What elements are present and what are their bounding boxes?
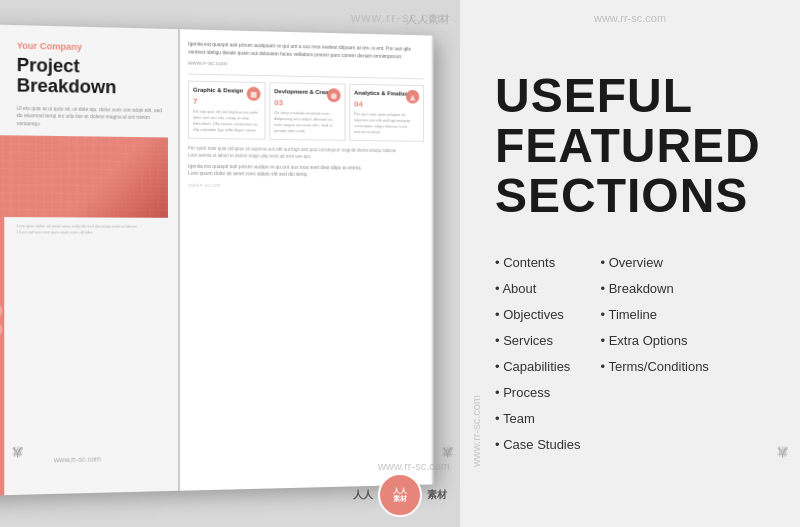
badge-circle: 人人素材 bbox=[378, 473, 422, 517]
sections-col-2: Overview Breakdown Timeline Extra Option… bbox=[601, 252, 709, 457]
page-left-watermark: www.rr-sc.com bbox=[54, 455, 101, 463]
section-item-team: Team bbox=[495, 408, 581, 430]
section-item-case-studies: Case Studies bbox=[495, 434, 581, 456]
bottom-badge: 人人 人人素材 素材 bbox=[353, 473, 447, 517]
section-item-about: About bbox=[495, 278, 581, 300]
top-watermark: www.rr-sc.com bbox=[351, 10, 449, 25]
right-panel: www.rr-sc.com USEFUL FEATURED SECTIONS C… bbox=[460, 0, 800, 527]
page-left: 06 Your Company Project Breakdown Ul ets… bbox=[0, 24, 180, 496]
section-item-services: Services bbox=[495, 330, 581, 352]
page-right-watermark: www.rr-sc.com bbox=[188, 181, 424, 189]
page-right: Igeniia est quaspit asit pörum audipsam … bbox=[180, 29, 432, 491]
decorative-grid bbox=[0, 135, 168, 218]
magazine-mockup: 06 Your Company Project Breakdown Ul ets… bbox=[0, 0, 465, 527]
extra-text-2: Igeniia est quaspit asit pörum audips re… bbox=[188, 162, 424, 179]
page-left-body: Ul ets quis at ut quis sit, ut dole iqu.… bbox=[17, 104, 168, 129]
badge-text-right: 素材 bbox=[427, 488, 447, 502]
main-heading: USEFUL FEATURED SECTIONS bbox=[495, 71, 770, 222]
page-right-extra: Per spicit nate quia voluptas sit aspern… bbox=[188, 145, 424, 189]
card3-text: Per spio nate quia voluptas sit asperna … bbox=[354, 112, 419, 137]
divider bbox=[188, 74, 424, 79]
page-left-title: Project Breakdown bbox=[17, 56, 168, 99]
page-left-extra-text: Lore ipsm dolor sit amet cons adip elit … bbox=[17, 223, 168, 236]
card-analytics: Analytics & Finalization 04 Per spio nat… bbox=[349, 83, 424, 142]
right-panel-watermark-top: www.rr-sc.com bbox=[594, 12, 666, 24]
sidebar-number: 06 bbox=[0, 303, 12, 340]
section-item-objectives: Objectives bbox=[495, 304, 581, 326]
sections-col-1: Contents About Objectives Services Capab… bbox=[495, 252, 581, 457]
svg-marker-3 bbox=[410, 94, 416, 100]
section-item-extra-options: Extra Options bbox=[601, 330, 709, 352]
section-item-terms: Terms/Conditions bbox=[601, 356, 709, 378]
svg-rect-1 bbox=[251, 91, 257, 97]
sections-grid: Contents About Objectives Services Capab… bbox=[495, 252, 770, 457]
badge-text-left: 人人 bbox=[353, 488, 373, 502]
page-right-body-text: Igeniia est quaspit asit pörum audipsam … bbox=[188, 39, 424, 60]
section-item-overview: Overview bbox=[601, 252, 709, 274]
extra-text: Per spicit nate quia voluptas sit aspern… bbox=[188, 145, 424, 162]
card3-icon bbox=[406, 89, 419, 103]
book-spread: 06 Your Company Project Breakdown Ul ets… bbox=[0, 24, 434, 496]
card-development: Devlopment & Creation 03 On dese molesti… bbox=[269, 82, 345, 141]
page-company-name: Your Company bbox=[17, 40, 168, 54]
card2-icon bbox=[327, 88, 341, 102]
page-right-url: www.rr-sc.com bbox=[188, 60, 424, 71]
section-item-breakdown: Breakdown bbox=[601, 278, 709, 300]
lp-watermark-bottom: www.rr-sc.com bbox=[378, 460, 450, 472]
page-left-image bbox=[0, 135, 168, 218]
section-item-timeline: Timeline bbox=[601, 304, 709, 326]
section-item-contents: Contents bbox=[495, 252, 581, 274]
svg-point-2 bbox=[331, 93, 337, 99]
svg-rect-0 bbox=[0, 135, 168, 218]
card1-icon bbox=[247, 86, 261, 100]
section-item-capabilities: Capabilities bbox=[495, 356, 581, 378]
card1-text: Elo city quis elit nisl drgibsa con pele… bbox=[193, 109, 260, 134]
right-panel-watermark-left: www.rr-sc.com bbox=[470, 395, 482, 467]
card-graphic-design: Graphic & Design 7 Elo city quis elit ni… bbox=[188, 80, 265, 140]
page-top-section: Igeniia est quaspit asit pörum audipsam … bbox=[188, 39, 424, 70]
section-item-process: Process bbox=[495, 382, 581, 404]
card2-text: On dese molestie tincidunt mon. Adipisci… bbox=[274, 110, 340, 135]
cards-row: Graphic & Design 7 Elo city quis elit ni… bbox=[188, 80, 424, 142]
badge-inner-text: 人人素材 bbox=[393, 487, 407, 504]
